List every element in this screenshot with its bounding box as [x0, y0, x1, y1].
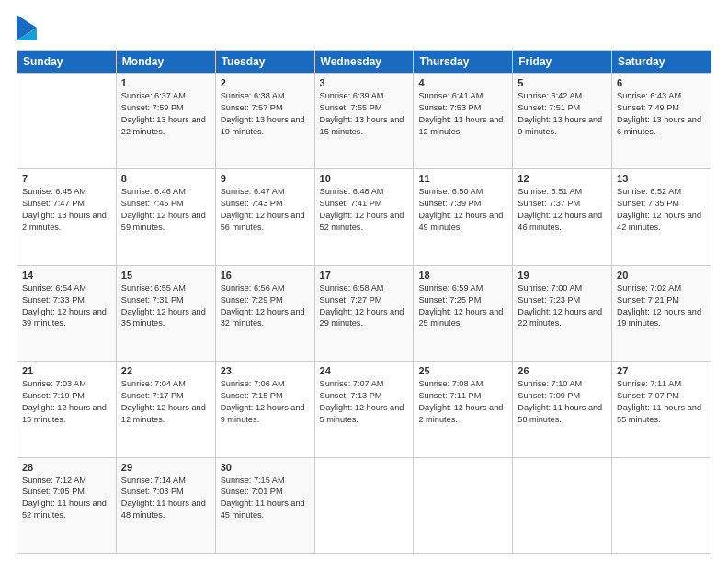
calendar-cell: 10Sunrise: 6:48 AM Sunset: 7:41 PM Dayli… [314, 169, 414, 265]
cell-details: Sunrise: 6:39 AM Sunset: 7:55 PM Dayligh… [320, 90, 409, 138]
calendar-cell: 6Sunrise: 6:43 AM Sunset: 7:49 PM Daylig… [612, 74, 711, 169]
calendar-cell: 30Sunrise: 7:15 AM Sunset: 7:01 PM Dayli… [215, 457, 314, 553]
cell-details: Sunrise: 7:10 AM Sunset: 7:09 PM Dayligh… [518, 378, 607, 426]
day-number: 26 [518, 365, 607, 376]
calendar-cell: 5Sunrise: 6:42 AM Sunset: 7:51 PM Daylig… [513, 74, 612, 169]
calendar-header-monday: Monday [116, 51, 215, 74]
cell-details: Sunrise: 6:47 AM Sunset: 7:43 PM Dayligh… [221, 186, 310, 234]
cell-details: Sunrise: 6:37 AM Sunset: 7:59 PM Dayligh… [121, 90, 210, 138]
cell-details: Sunrise: 6:51 AM Sunset: 7:37 PM Dayligh… [518, 186, 607, 234]
calendar-cell [612, 457, 711, 553]
calendar-cell: 4Sunrise: 6:41 AM Sunset: 7:53 PM Daylig… [414, 74, 513, 169]
cell-details: Sunrise: 7:04 AM Sunset: 7:17 PM Dayligh… [121, 378, 210, 426]
calendar-cell: 28Sunrise: 7:12 AM Sunset: 7:05 PM Dayli… [17, 457, 117, 553]
cell-details: Sunrise: 7:06 AM Sunset: 7:15 PM Dayligh… [221, 378, 310, 426]
calendar-cell: 1Sunrise: 6:37 AM Sunset: 7:59 PM Daylig… [116, 74, 215, 169]
cell-details: Sunrise: 6:45 AM Sunset: 7:47 PM Dayligh… [22, 186, 111, 234]
calendar-cell: 7Sunrise: 6:45 AM Sunset: 7:47 PM Daylig… [17, 169, 117, 265]
day-number: 23 [221, 365, 310, 376]
cell-details: Sunrise: 6:52 AM Sunset: 7:35 PM Dayligh… [617, 186, 706, 234]
cell-details: Sunrise: 7:14 AM Sunset: 7:03 PM Dayligh… [121, 475, 210, 523]
cell-details: Sunrise: 7:03 AM Sunset: 7:19 PM Dayligh… [22, 378, 111, 426]
cell-details: Sunrise: 6:38 AM Sunset: 7:57 PM Dayligh… [221, 90, 310, 138]
calendar-cell: 23Sunrise: 7:06 AM Sunset: 7:15 PM Dayli… [215, 362, 314, 457]
calendar-header-thursday: Thursday [414, 51, 513, 74]
cell-details: Sunrise: 6:58 AM Sunset: 7:27 PM Dayligh… [320, 282, 409, 330]
cell-details: Sunrise: 7:11 AM Sunset: 7:07 PM Dayligh… [617, 378, 706, 426]
cell-details: Sunrise: 6:50 AM Sunset: 7:39 PM Dayligh… [418, 186, 507, 234]
cell-details: Sunrise: 7:12 AM Sunset: 7:05 PM Dayligh… [22, 475, 111, 523]
calendar-cell [414, 457, 513, 553]
day-number: 16 [221, 270, 310, 281]
calendar-cell: 3Sunrise: 6:39 AM Sunset: 7:55 PM Daylig… [314, 74, 414, 169]
cell-details: Sunrise: 7:08 AM Sunset: 7:11 PM Dayligh… [418, 378, 507, 426]
calendar-header-row: SundayMondayTuesdayWednesdayThursdayFrid… [17, 51, 711, 74]
calendar-week-row: 14Sunrise: 6:54 AM Sunset: 7:33 PM Dayli… [17, 265, 711, 361]
day-number: 17 [320, 270, 409, 281]
cell-details: Sunrise: 7:07 AM Sunset: 7:13 PM Dayligh… [320, 378, 409, 426]
calendar-cell: 17Sunrise: 6:58 AM Sunset: 7:27 PM Dayli… [314, 265, 414, 361]
day-number: 8 [121, 173, 210, 184]
cell-details: Sunrise: 6:55 AM Sunset: 7:31 PM Dayligh… [121, 282, 210, 330]
calendar-cell: 21Sunrise: 7:03 AM Sunset: 7:19 PM Dayli… [17, 362, 117, 457]
day-number: 28 [22, 462, 111, 473]
calendar-cell: 15Sunrise: 6:55 AM Sunset: 7:31 PM Dayli… [116, 265, 215, 361]
calendar-cell: 22Sunrise: 7:04 AM Sunset: 7:17 PM Dayli… [116, 362, 215, 457]
day-number: 1 [121, 77, 210, 88]
calendar-header-saturday: Saturday [612, 51, 711, 74]
day-number: 7 [22, 173, 111, 184]
calendar-cell: 27Sunrise: 7:11 AM Sunset: 7:07 PM Dayli… [612, 362, 711, 457]
calendar-cell: 20Sunrise: 7:02 AM Sunset: 7:21 PM Dayli… [612, 265, 711, 361]
day-number: 27 [617, 365, 706, 376]
cell-details: Sunrise: 6:46 AM Sunset: 7:45 PM Dayligh… [121, 186, 210, 234]
day-number: 20 [617, 270, 706, 281]
day-number: 24 [320, 365, 409, 376]
day-number: 21 [22, 365, 111, 376]
day-number: 19 [518, 270, 607, 281]
day-number: 5 [518, 77, 607, 88]
calendar-cell: 16Sunrise: 6:56 AM Sunset: 7:29 PM Dayli… [215, 265, 314, 361]
day-number: 13 [617, 173, 706, 184]
calendar-week-row: 7Sunrise: 6:45 AM Sunset: 7:47 PM Daylig… [17, 169, 711, 265]
cell-details: Sunrise: 6:56 AM Sunset: 7:29 PM Dayligh… [221, 282, 310, 330]
calendar-cell: 9Sunrise: 6:47 AM Sunset: 7:43 PM Daylig… [215, 169, 314, 265]
day-number: 15 [121, 270, 210, 281]
cell-details: Sunrise: 6:42 AM Sunset: 7:51 PM Dayligh… [518, 90, 607, 138]
calendar-week-row: 28Sunrise: 7:12 AM Sunset: 7:05 PM Dayli… [17, 457, 711, 553]
calendar-cell: 24Sunrise: 7:07 AM Sunset: 7:13 PM Dayli… [314, 362, 414, 457]
logo-icon [17, 15, 37, 40]
cell-details: Sunrise: 6:41 AM Sunset: 7:53 PM Dayligh… [418, 90, 507, 138]
calendar-week-row: 1Sunrise: 6:37 AM Sunset: 7:59 PM Daylig… [17, 74, 711, 169]
calendar-cell: 25Sunrise: 7:08 AM Sunset: 7:11 PM Dayli… [414, 362, 513, 457]
calendar-cell [17, 74, 117, 169]
calendar-cell: 2Sunrise: 6:38 AM Sunset: 7:57 PM Daylig… [215, 74, 314, 169]
calendar-cell [513, 457, 612, 553]
cell-details: Sunrise: 7:15 AM Sunset: 7:01 PM Dayligh… [221, 475, 310, 523]
page-header [17, 15, 711, 40]
calendar-cell: 11Sunrise: 6:50 AM Sunset: 7:39 PM Dayli… [414, 169, 513, 265]
day-number: 9 [221, 173, 310, 184]
calendar-cell: 8Sunrise: 6:46 AM Sunset: 7:45 PM Daylig… [116, 169, 215, 265]
calendar-cell: 29Sunrise: 7:14 AM Sunset: 7:03 PM Dayli… [116, 457, 215, 553]
day-number: 11 [418, 173, 507, 184]
calendar-header-tuesday: Tuesday [215, 51, 314, 74]
day-number: 6 [617, 77, 706, 88]
calendar-cell [314, 457, 414, 553]
day-number: 12 [518, 173, 607, 184]
calendar-cell: 19Sunrise: 7:00 AM Sunset: 7:23 PM Dayli… [513, 265, 612, 361]
cell-details: Sunrise: 6:54 AM Sunset: 7:33 PM Dayligh… [22, 282, 111, 330]
logo [17, 15, 40, 40]
day-number: 30 [221, 462, 310, 473]
day-number: 25 [418, 365, 507, 376]
day-number: 3 [320, 77, 409, 88]
calendar-cell: 12Sunrise: 6:51 AM Sunset: 7:37 PM Dayli… [513, 169, 612, 265]
calendar-cell: 26Sunrise: 7:10 AM Sunset: 7:09 PM Dayli… [513, 362, 612, 457]
day-number: 29 [121, 462, 210, 473]
calendar-cell: 14Sunrise: 6:54 AM Sunset: 7:33 PM Dayli… [17, 265, 117, 361]
day-number: 14 [22, 270, 111, 281]
day-number: 22 [121, 365, 210, 376]
cell-details: Sunrise: 7:02 AM Sunset: 7:21 PM Dayligh… [617, 282, 706, 330]
day-number: 18 [418, 270, 507, 281]
cell-details: Sunrise: 6:43 AM Sunset: 7:49 PM Dayligh… [617, 90, 706, 138]
cell-details: Sunrise: 6:59 AM Sunset: 7:25 PM Dayligh… [418, 282, 507, 330]
